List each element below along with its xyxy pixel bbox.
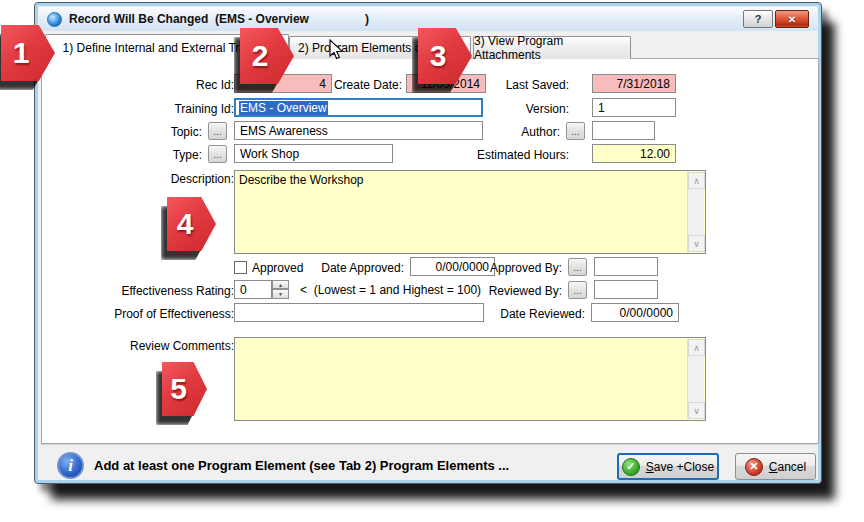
rating-range-hint: < (Lowest = 1 and Highest = 100) bbox=[300, 283, 481, 297]
effectiveness-rating-label: Effectiveness Rating: bbox=[82, 281, 234, 300]
estimated-hours-label: Estimated Hours: bbox=[462, 145, 569, 164]
callout-marker-1: 1 bbox=[1, 25, 55, 81]
x-icon: ✕ bbox=[745, 458, 763, 476]
approved-checkbox[interactable] bbox=[234, 261, 247, 274]
type-label: Type: bbox=[82, 145, 202, 164]
tab-view-attachments[interactable]: 3) View Program Attachments bbox=[473, 36, 631, 59]
close-icon: ✕ bbox=[788, 14, 796, 25]
callout-marker-4: 4 bbox=[167, 197, 216, 251]
save-close-button[interactable]: ✓ Save +Close bbox=[617, 453, 719, 480]
review-comments-textarea[interactable]: ∧ ∨ bbox=[234, 337, 706, 421]
record-dialog: Record Will Be Changed (EMS - Overview )… bbox=[34, 2, 822, 484]
version-label: Version: bbox=[462, 99, 569, 118]
description-scrollbar[interactable]: ∧ ∨ bbox=[687, 172, 704, 252]
marker-number: 4 bbox=[167, 197, 216, 251]
tab-label: 3) View Program Attachments bbox=[474, 34, 630, 62]
author-browse-button[interactable]: ... bbox=[566, 122, 585, 140]
help-button[interactable]: ? bbox=[743, 10, 773, 28]
cancel-button[interactable]: ✕ Cancel bbox=[735, 453, 816, 480]
reviewed-by-label: Reviewed By: bbox=[462, 281, 562, 300]
selected-text: EMS - Overview bbox=[239, 101, 328, 115]
topic-input[interactable]: EMS Awareness bbox=[234, 121, 483, 140]
info-icon: i bbox=[57, 452, 84, 479]
training-id-label: Training Id: bbox=[82, 99, 234, 118]
help-icon: ? bbox=[755, 13, 762, 25]
dialog-client-area: 1) Define Internal and External Training… bbox=[39, 31, 817, 479]
marker-number: 3 bbox=[418, 28, 472, 84]
type-input[interactable]: Work Shop bbox=[234, 144, 393, 163]
create-date-label: Create Date: bbox=[304, 75, 402, 94]
effectiveness-rating-input[interactable]: 0 bbox=[234, 280, 272, 299]
save-close-label: Save +Close bbox=[646, 460, 714, 474]
rec-id-label: Rec Id: bbox=[82, 75, 234, 94]
spin-up-icon[interactable]: ▲ bbox=[272, 280, 289, 289]
proof-of-effectiveness-input[interactable] bbox=[234, 303, 484, 322]
cancel-label: Cancel bbox=[769, 460, 806, 474]
page-background: Record Will Be Changed (EMS - Overview )… bbox=[0, 0, 864, 522]
callout-marker-5: 5 bbox=[162, 362, 207, 416]
scroll-down-icon[interactable]: ∨ bbox=[688, 402, 705, 419]
callout-marker-3: 3 bbox=[418, 28, 472, 84]
footer-message: Add at least one Program Element (see Ta… bbox=[94, 458, 509, 473]
reviewed-by-input[interactable] bbox=[594, 280, 658, 299]
spin-down-icon[interactable]: ▼ bbox=[272, 289, 289, 299]
approved-by-input[interactable] bbox=[594, 257, 658, 276]
date-approved-label: Date Approved: bbox=[304, 258, 404, 277]
marker-number: 1 bbox=[1, 25, 55, 81]
description-label: Description: bbox=[82, 169, 234, 188]
reviewed-by-browse-button[interactable]: ... bbox=[568, 281, 587, 299]
version-input[interactable]: 1 bbox=[592, 98, 676, 117]
window-title-paren: ) bbox=[365, 12, 369, 26]
author-input[interactable] bbox=[592, 121, 655, 140]
author-label: Author: bbox=[462, 122, 560, 141]
close-button[interactable]: ✕ bbox=[775, 10, 809, 28]
approved-by-browse-button[interactable]: ... bbox=[568, 258, 587, 276]
dialog-footer: i Add at least one Program Element (see … bbox=[40, 444, 816, 479]
callout-marker-2: 2 bbox=[240, 28, 294, 84]
approved-by-label: Approved By: bbox=[462, 258, 562, 277]
proof-of-effectiveness-label: Proof of Effectiveness: bbox=[82, 304, 234, 323]
description-text: Describe the Workshop bbox=[239, 173, 364, 187]
review-comments-scrollbar[interactable]: ∧ ∨ bbox=[687, 339, 704, 419]
scroll-up-icon[interactable]: ∧ bbox=[688, 172, 705, 189]
review-comments-label: Review Comments: bbox=[82, 336, 234, 355]
date-reviewed-label: Date Reviewed: bbox=[482, 304, 585, 323]
last-saved-field: 7/31/2018 bbox=[592, 74, 676, 93]
topic-browse-button[interactable]: ... bbox=[208, 122, 227, 140]
marker-number: 5 bbox=[162, 362, 207, 416]
last-saved-label: Last Saved: bbox=[462, 75, 569, 94]
marker-number: 2 bbox=[240, 28, 294, 84]
type-browse-button[interactable]: ... bbox=[208, 145, 227, 163]
mouse-cursor-icon bbox=[329, 39, 345, 61]
effectiveness-rating-stepper: ▲ ▼ bbox=[272, 280, 289, 299]
check-icon: ✓ bbox=[622, 458, 640, 476]
date-reviewed-input[interactable]: 0/00/0000 bbox=[591, 303, 679, 322]
estimated-hours-input[interactable]: 12.00 bbox=[592, 144, 676, 163]
scroll-down-icon[interactable]: ∨ bbox=[688, 235, 705, 252]
topic-label: Topic: bbox=[82, 122, 202, 141]
approved-label: Approved bbox=[252, 258, 312, 277]
window-title: Record Will Be Changed (EMS - Overview bbox=[69, 12, 309, 26]
description-textarea[interactable]: Describe the Workshop ∧ ∨ bbox=[234, 170, 706, 254]
training-id-input[interactable]: EMS - Overview bbox=[234, 98, 483, 117]
scroll-up-icon[interactable]: ∧ bbox=[688, 339, 705, 356]
